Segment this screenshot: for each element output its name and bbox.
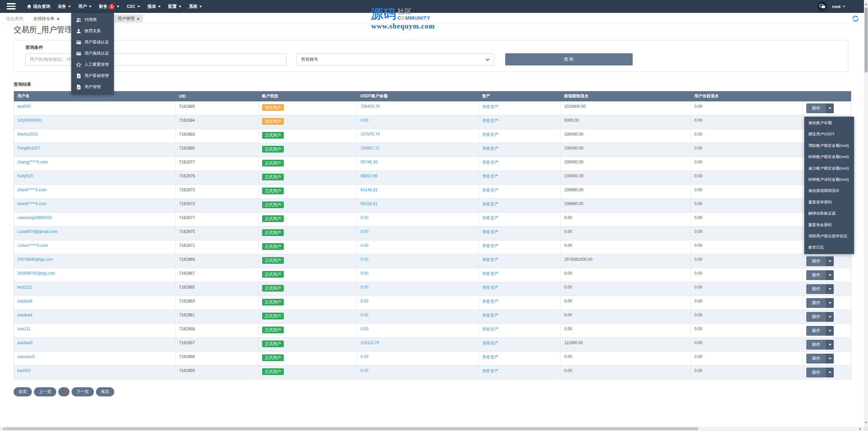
view-assets-link[interactable]: 查看资产 bbox=[482, 271, 498, 276]
actions-caret[interactable] bbox=[826, 298, 834, 308]
menu-item-user-mgmt[interactable]: 用户管理 bbox=[71, 81, 114, 93]
usdt-balance-link[interactable]: 64148.81 bbox=[360, 188, 377, 192]
action-menu-item[interactable]: 强制用户退出登录状态 bbox=[804, 231, 854, 242]
row-actions-button[interactable]: 操作 bbox=[806, 270, 834, 280]
username-link[interactable]: test1111 bbox=[17, 285, 32, 290]
username-link[interactable]: zhangj*****il.com bbox=[17, 160, 48, 164]
view-assets-link[interactable]: 查看资产 bbox=[482, 146, 498, 151]
action-menu-item[interactable]: 账变日志 bbox=[804, 242, 854, 253]
actions-caret[interactable] bbox=[826, 270, 834, 280]
menu-item-agents[interactable]: 代理商 bbox=[71, 14, 114, 25]
usdt-balance-link[interactable]: 107875.74 bbox=[360, 132, 380, 137]
pagination-last[interactable]: 尾页 bbox=[96, 387, 114, 396]
usdt-balance-link[interactable]: 99746.30 bbox=[360, 160, 377, 164]
search-button[interactable]: 查询 bbox=[505, 53, 633, 65]
tab-perpetual-positions[interactable]: 永续持仓单 × bbox=[30, 15, 63, 23]
usdt-balance-link[interactable]: 756403.79 bbox=[360, 104, 380, 109]
action-menu-item[interactable]: 减少账户锁定金额(root) bbox=[804, 163, 854, 174]
username-link[interactable]: Feng941027 bbox=[17, 146, 40, 151]
horizontal-scroll-thumb[interactable] bbox=[5, 427, 698, 430]
username-link[interactable]: one111 bbox=[17, 327, 30, 331]
actions-caret[interactable] bbox=[826, 354, 834, 364]
usdt-balance-link[interactable]: 0.00 bbox=[360, 271, 368, 276]
scroll-left-arrow[interactable] bbox=[1, 428, 4, 430]
action-menu-item[interactable]: 增加账户锁定金额(root) bbox=[804, 140, 854, 151]
vertical-scroll-thumb[interactable] bbox=[865, 7, 868, 73]
menu-item-basic-kyc[interactable]: 用户基础认证 bbox=[71, 37, 114, 48]
nav-item-dashboard[interactable]: 综合查询 bbox=[23, 0, 54, 13]
row-actions-button[interactable]: 操作 bbox=[806, 103, 834, 113]
row-actions-button[interactable]: 操作 bbox=[806, 312, 834, 322]
actions-caret[interactable] bbox=[826, 103, 834, 113]
view-assets-link[interactable]: 查看资产 bbox=[482, 132, 498, 137]
view-assets-link[interactable]: 查看资产 bbox=[482, 341, 498, 346]
username-link[interactable]: xiaobai4 bbox=[17, 313, 33, 317]
usdt-balance-link[interactable]: 0.00 bbox=[360, 243, 368, 248]
usdt-balance-link[interactable]: 0.00 bbox=[360, 257, 368, 262]
menu-item-referrals[interactable]: 推荐关系 bbox=[71, 25, 114, 37]
usdt-balance-link[interactable]: 0.00 bbox=[360, 215, 368, 220]
row-actions-button[interactable]: 操作 bbox=[806, 340, 834, 350]
username-link[interactable]: 200999762@qq.com bbox=[17, 271, 55, 276]
usdt-balance-link[interactable]: 0.00 bbox=[360, 229, 368, 234]
nav-item-business[interactable]: 业务 bbox=[54, 0, 75, 13]
view-assets-link[interactable]: 查看资产 bbox=[482, 160, 498, 165]
usdt-balance-link[interactable]: 0.00 bbox=[360, 327, 368, 331]
username-link[interactable]: Martin2023 bbox=[17, 132, 38, 137]
username-link[interactable]: Lixia9479@gmail.com bbox=[17, 229, 57, 234]
username-link[interactable]: chenli*****il.com bbox=[17, 201, 46, 206]
nav-item-config[interactable]: 配置 bbox=[164, 0, 185, 13]
username-link[interactable]: 14100000001 bbox=[17, 118, 42, 123]
username-link[interactable]: xiaoxiao5 bbox=[17, 354, 35, 359]
usdt-balance-link[interactable]: 55158.81 bbox=[360, 201, 377, 206]
user-account-dropdown[interactable]: root bbox=[832, 4, 845, 9]
row-actions-button[interactable]: 操作 bbox=[806, 368, 834, 377]
view-assets-link[interactable]: 查看资产 bbox=[482, 216, 498, 220]
username-link[interactable]: Lichun*****il.com bbox=[17, 243, 48, 248]
action-menu-item[interactable]: 转移账户锁定金额(root) bbox=[804, 151, 854, 162]
view-assets-link[interactable]: 查看资产 bbox=[482, 243, 498, 248]
row-actions-button[interactable]: 操作 bbox=[806, 326, 834, 336]
action-menu-item[interactable]: 赠送用户USDT bbox=[804, 129, 854, 140]
close-icon[interactable]: × bbox=[57, 17, 60, 21]
usdt-balance-link[interactable]: 110113.70 bbox=[360, 340, 379, 345]
usdt-balance-link[interactable]: 0.00 bbox=[360, 118, 368, 123]
nav-item-reports[interactable]: 报表 bbox=[144, 0, 164, 13]
vertical-scrollbar[interactable] bbox=[864, 0, 868, 431]
messages-button[interactable] bbox=[817, 1, 827, 12]
scroll-down-arrow[interactable] bbox=[865, 422, 867, 425]
menu-item-user-basic-mgmt[interactable]: 用户基础管理 bbox=[71, 70, 114, 81]
usdt-balance-link[interactable]: 0.00 bbox=[360, 299, 368, 303]
view-assets-link[interactable]: 查看资产 bbox=[482, 327, 498, 332]
pagination-first[interactable]: 首页 bbox=[14, 387, 32, 396]
view-assets-link[interactable]: 查看资产 bbox=[482, 188, 498, 193]
refresh-button[interactable] bbox=[852, 15, 860, 23]
action-menu-item[interactable]: 修改提现限制流水 bbox=[804, 185, 854, 196]
actions-caret[interactable] bbox=[826, 256, 834, 266]
action-menu-item[interactable]: 重置资金密码 bbox=[804, 219, 854, 231]
username-link[interactable]: karl002 bbox=[17, 368, 31, 373]
usdt-balance-link[interactable]: 100667.21 bbox=[360, 146, 380, 151]
view-assets-link[interactable]: 查看资产 bbox=[482, 257, 498, 262]
action-menu-item[interactable]: 重置登录密码 bbox=[804, 197, 854, 208]
action-menu-item[interactable]: 解绑谷歌验证器 bbox=[804, 208, 854, 219]
view-assets-link[interactable]: 查看资产 bbox=[482, 202, 498, 207]
row-actions-button[interactable]: 操作 bbox=[806, 284, 834, 294]
nav-item-users[interactable]: 用户 bbox=[75, 0, 95, 13]
pagination-current-page[interactable]: 1 bbox=[58, 387, 70, 396]
username-link[interactable]: xiaobai5 bbox=[17, 299, 33, 303]
action-menu-item[interactable]: 转移账户冻结金额(root) bbox=[804, 174, 854, 185]
nav-item-system[interactable]: 系统 bbox=[185, 0, 206, 13]
view-assets-link[interactable]: 查看资产 bbox=[482, 118, 498, 123]
hamburger-menu-icon[interactable] bbox=[7, 3, 16, 10]
scroll-up-arrow[interactable] bbox=[865, 2, 867, 5]
scroll-right-arrow[interactable] bbox=[860, 428, 863, 430]
view-assets-link[interactable]: 查看资产 bbox=[482, 369, 498, 373]
username-link[interactable]: xiaobai3 bbox=[17, 340, 33, 345]
horizontal-scrollbar[interactable] bbox=[0, 427, 864, 431]
usdt-balance-link[interactable]: 96852.96 bbox=[360, 174, 377, 178]
usdt-balance-link[interactable]: 0.00 bbox=[360, 313, 368, 317]
actions-caret[interactable] bbox=[826, 284, 834, 294]
username-link[interactable]: Kelly520 bbox=[17, 174, 33, 178]
nav-item-c2c[interactable]: C2C bbox=[123, 0, 144, 13]
